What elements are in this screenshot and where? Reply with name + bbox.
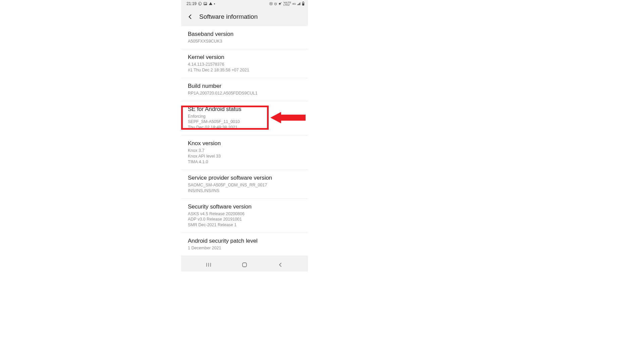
row-value: RP1A.200720.012.A505FDDS9CUL1 — [188, 90, 301, 96]
network-icon: 4G — [292, 3, 296, 5]
nav-back-button[interactable] — [273, 260, 288, 270]
app-header: Software information — [181, 7, 308, 26]
mute-icon — [278, 2, 282, 6]
page-title: Software information — [199, 13, 258, 20]
warning-icon — [209, 2, 213, 6]
row-baseband-version[interactable]: Baseband version A505FXXS9CUK3 — [181, 26, 308, 49]
back-button[interactable] — [185, 12, 195, 22]
phone-frame: 21:19 VoLTELTE2 4G — [181, 0, 308, 272]
whatsapp-icon — [198, 2, 202, 6]
svg-rect-7 — [303, 2, 304, 2]
chevron-left-icon — [277, 262, 283, 268]
row-label: Service provider software version — [188, 175, 301, 181]
status-bar: 21:19 VoLTELTE2 4G — [181, 0, 308, 7]
row-android-security-patch-level[interactable]: Android security patch level 1 December … — [181, 233, 308, 256]
recents-icon — [205, 262, 212, 267]
row-build-number[interactable]: Build number RP1A.200720.012.A505FDDS9CU… — [181, 78, 308, 101]
row-label: Kernel version — [188, 54, 301, 61]
image-icon — [203, 2, 207, 6]
row-label: Security software version — [188, 203, 301, 210]
svg-point-0 — [198, 2, 202, 5]
row-value: 4.14.113-21578376 #1 Thu Dec 2 18:35:58 … — [188, 62, 301, 73]
row-se-for-android-status[interactable]: SE for Android status Enforcing SEPF_SM-… — [181, 101, 308, 136]
signal-icon — [297, 2, 301, 6]
row-label: Knox version — [188, 140, 301, 147]
more-dot-icon — [214, 3, 215, 4]
row-kernel-version[interactable]: Kernel version 4.14.113-21578376 #1 Thu … — [181, 49, 308, 78]
nfc-icon — [269, 2, 273, 5]
row-value: A505FXXS9CUK3 — [188, 39, 301, 44]
nav-home-button[interactable] — [237, 260, 252, 270]
home-icon — [241, 262, 248, 268]
info-list: Baseband version A505FXXS9CUK3 Kernel ve… — [181, 26, 308, 256]
svg-rect-8 — [303, 3, 304, 5]
row-label: Build number — [188, 83, 301, 89]
navigation-bar — [181, 258, 308, 272]
volte-icon: VoLTELTE2 — [283, 1, 291, 6]
row-value: 1 December 2021 — [188, 245, 301, 251]
nav-recents-button[interactable] — [201, 260, 216, 270]
row-label: Android security patch level — [188, 238, 301, 244]
row-label: Baseband version — [188, 31, 301, 38]
row-value: Enforcing SEPF_SM-A505F_11_0010 Thu Dec … — [188, 114, 301, 131]
row-security-software-version[interactable]: Security software version ASKS v4.5 Rele… — [181, 199, 308, 233]
alarm-icon — [274, 2, 277, 6]
row-service-provider-software-version[interactable]: Service provider software version SAOMC_… — [181, 170, 308, 199]
battery-icon — [302, 2, 305, 6]
row-value: ASKS v4.5 Release 20200806 ADP v3.0 Rele… — [188, 211, 301, 228]
svg-rect-13 — [243, 263, 247, 267]
chevron-left-icon — [187, 13, 194, 20]
row-value: SAOMC_SM-A505F_ODM_INS_RR_0017 INS/INS,I… — [188, 182, 301, 194]
row-value: Knox 3.7 Knox API level 33 TIMA 4.1.0 — [188, 148, 301, 165]
svg-point-2 — [205, 3, 205, 4]
row-knox-version[interactable]: Knox version Knox 3.7 Knox API level 33 … — [181, 135, 308, 170]
row-label: SE for Android status — [188, 106, 301, 113]
status-time: 21:19 — [186, 1, 197, 6]
